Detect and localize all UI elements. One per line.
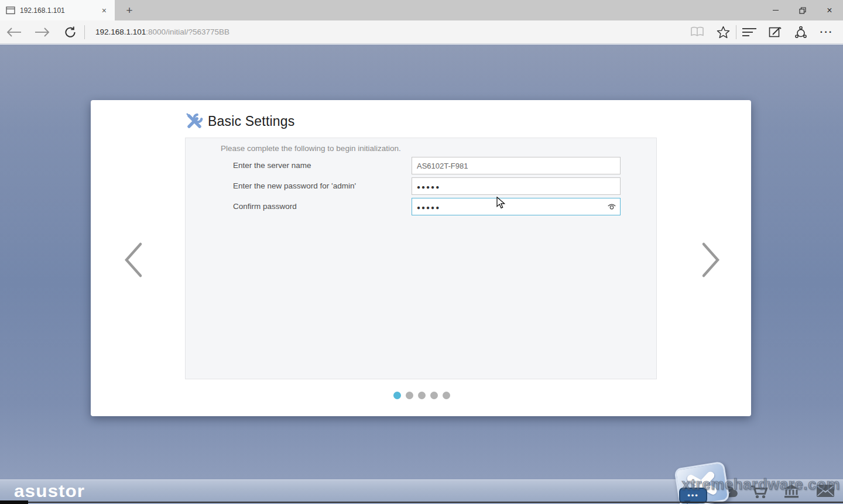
server-name-row: Enter the server name [186, 157, 656, 174]
tools-icon [185, 112, 204, 131]
watermark-text: xtremehardware.com [681, 475, 840, 493]
browser-navigation-bar: 192.168.1.101:8000/initial/?563775BB ··· [0, 20, 843, 44]
confirm-password-input[interactable] [412, 198, 621, 215]
window-restore-button[interactable] [789, 0, 816, 20]
screen: 192.168.1.101 × + × 192.168.1.101:8000/i… [0, 0, 843, 504]
confirm-password-label: Confirm password [233, 198, 297, 215]
hub-button[interactable] [736, 20, 762, 44]
navbar-divider [84, 25, 85, 39]
back-button[interactable] [0, 20, 28, 44]
url-host: 192.168.1.101 [95, 28, 146, 36]
page-title: Basic Settings [208, 114, 295, 129]
settings-panel: Please complete the following to begin i… [185, 138, 657, 379]
nas-init-page: Basic Settings Please complete the follo… [0, 44, 843, 504]
browser-tab[interactable]: 192.168.1.101 × [0, 0, 115, 20]
address-bar[interactable]: 192.168.1.101:8000/initial/?563775BB [95, 28, 684, 36]
step-dot-active [393, 392, 401, 399]
wizard-step-dots [0, 392, 843, 399]
url-path: :8000/initial/?563775BB [146, 28, 229, 36]
step-dot [418, 392, 426, 399]
new-tab-button[interactable]: + [120, 0, 139, 20]
reveal-password-icon[interactable] [606, 202, 617, 211]
wizard-card: Basic Settings Please complete the follo… [91, 100, 751, 416]
favorites-star-button[interactable] [710, 20, 736, 44]
previous-step-button[interactable] [122, 241, 145, 279]
window-minimize-button[interactable] [762, 0, 789, 20]
window-close-button[interactable]: × [816, 0, 843, 20]
server-name-label: Enter the server name [233, 157, 311, 174]
mouse-cursor [496, 197, 505, 209]
tab-close-icon[interactable]: × [100, 6, 109, 15]
window-controls: × [762, 0, 843, 20]
new-password-input[interactable] [412, 177, 621, 195]
step-dot [443, 392, 450, 399]
next-step-button[interactable] [699, 241, 722, 279]
bottom-edge-line [28, 502, 843, 503]
refresh-button[interactable] [56, 20, 84, 44]
reading-view-icon[interactable] [684, 20, 710, 44]
more-actions-button[interactable]: ··· [814, 20, 839, 44]
step-dot [430, 392, 438, 399]
browser-tab-bar: 192.168.1.101 × + × [0, 0, 843, 20]
intro-text: Please complete the following to begin i… [221, 144, 401, 153]
step-dot [406, 392, 413, 399]
page-favicon-icon [6, 6, 15, 15]
forward-button[interactable] [28, 20, 56, 44]
tab-title: 192.168.1.101 [20, 6, 100, 15]
web-note-button[interactable] [762, 20, 788, 44]
bottom-corner-artifact [0, 500, 28, 504]
server-name-input[interactable] [412, 157, 621, 174]
share-button[interactable] [788, 20, 814, 44]
asustor-logo: asustor [14, 481, 85, 501]
new-password-label: Enter the new password for 'admin' [233, 177, 356, 195]
new-password-row: Enter the new password for 'admin' [186, 177, 656, 195]
confirm-password-row: Confirm password [186, 198, 656, 215]
